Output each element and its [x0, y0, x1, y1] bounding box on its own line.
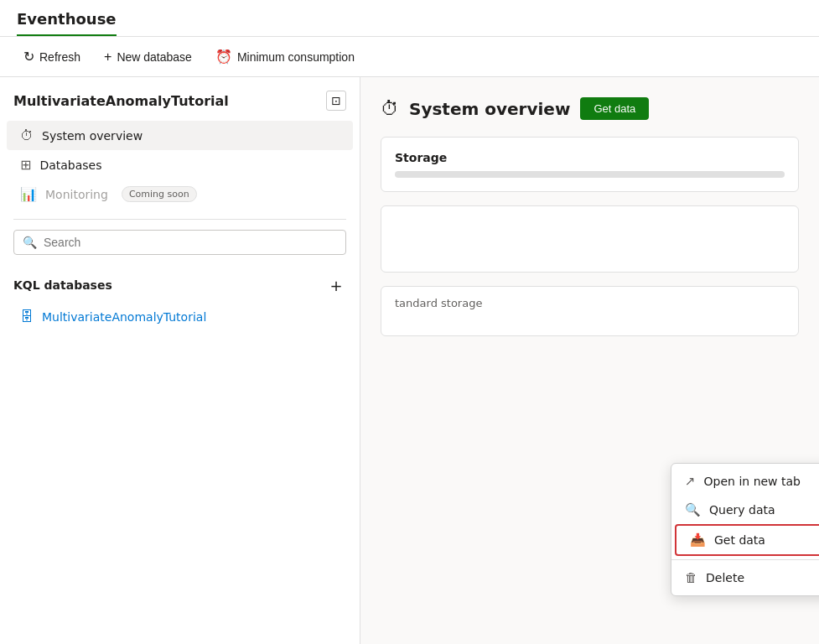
nav-label-monitoring: Monitoring [45, 188, 108, 201]
context-menu: ↗ Open in new tab 🔍 Query data 📥 Get dat… [671, 463, 819, 596]
content-section-3: tandard storage [381, 286, 799, 336]
content-header: ⏱ System overview Get data [381, 97, 799, 120]
content-section-2 [381, 205, 799, 273]
new-database-button[interactable]: + New database [94, 44, 202, 70]
context-menu-delete-label: Delete [706, 571, 744, 584]
context-menu-query-label: Query data [709, 503, 775, 517]
get-data-icon: 📥 [690, 532, 706, 548]
context-menu-query-data[interactable]: 🔍 Query data [671, 496, 819, 524]
sidebar-divider [13, 219, 346, 220]
header: Eventhouse [0, 0, 819, 37]
toolbar: ↻ Refresh + New database ⏰ Minimum consu… [0, 37, 819, 77]
context-menu-get-data[interactable]: 📥 Get data › [675, 524, 819, 556]
context-menu-divider [671, 559, 819, 560]
refresh-label: Refresh [39, 50, 80, 64]
database-label: MultivariateAnomalyTutorial [42, 310, 206, 324]
standard-storage-label: tandard storage [381, 287, 798, 319]
storage-section: Storage [381, 137, 799, 192]
system-overview-icon: ⏱ [381, 98, 399, 119]
nav-item-databases[interactable]: ⊞ Databases [7, 150, 353, 179]
nav-item-monitoring: 📊 Monitoring Coming soon [7, 179, 353, 209]
plus-icon: + [104, 49, 111, 65]
new-database-label: New database [117, 50, 192, 64]
sidebar-title: MultivariateAnomalyTutorial [13, 93, 229, 109]
app-title: Eventhouse [17, 10, 117, 36]
coming-soon-badge: Coming soon [122, 186, 197, 202]
refresh-icon: ↻ [23, 49, 34, 65]
context-menu-get-data-label: Get data [714, 533, 765, 547]
clock-icon: ⏰ [215, 49, 232, 65]
speedometer-icon: ⏱ [20, 127, 34, 143]
nav-item-system-overview[interactable]: ⏱ System overview [7, 121, 353, 150]
minimum-consumption-button[interactable]: ⏰ Minimum consumption [205, 44, 365, 70]
storage-label: Storage [395, 151, 785, 164]
expand-icon[interactable]: ⊡ [326, 91, 346, 111]
sidebar-title-row: MultivariateAnomalyTutorial ⊡ [0, 91, 360, 121]
minimum-consumption-label: Minimum consumption [237, 50, 355, 64]
query-icon: 🔍 [685, 502, 701, 517]
kql-databases-section-header: KQL databases + [0, 268, 360, 302]
app-container: Eventhouse ↻ Refresh + New database ⏰ Mi… [0, 0, 819, 644]
kql-databases-title: KQL databases [13, 278, 112, 292]
context-menu-open-tab[interactable]: ↗ Open in new tab [671, 467, 819, 496]
search-icon: 🔍 [23, 236, 37, 249]
sidebar: MultivariateAnomalyTutorial ⊡ ⏱ System o… [0, 77, 360, 644]
monitoring-icon: 📊 [20, 186, 37, 202]
main-layout: MultivariateAnomalyTutorial ⊡ ⏱ System o… [0, 77, 819, 644]
content-area: ⏱ System overview Get data Storage tanda… [360, 77, 819, 644]
search-box[interactable]: 🔍 [13, 230, 346, 255]
database-item[interactable]: 🗄 MultivariateAnomalyTutorial [0, 302, 360, 331]
open-tab-icon: ↗ [685, 474, 696, 489]
grid-icon: ⊞ [20, 157, 31, 173]
delete-icon: 🗑 [685, 570, 697, 585]
database-icon: 🗄 [20, 309, 34, 325]
nav-label-databases: Databases [39, 158, 101, 172]
add-database-button[interactable]: + [326, 275, 346, 295]
get-data-btn-content[interactable]: Get data [580, 97, 649, 120]
search-input[interactable] [44, 236, 337, 249]
context-menu-delete[interactable]: 🗑 Delete [671, 564, 819, 592]
nav-label-system-overview: System overview [42, 129, 143, 143]
storage-bar [395, 171, 785, 178]
content-title: System overview [409, 99, 570, 119]
context-menu-open-tab-label: Open in new tab [704, 475, 801, 488]
refresh-button[interactable]: ↻ Refresh [13, 44, 91, 70]
